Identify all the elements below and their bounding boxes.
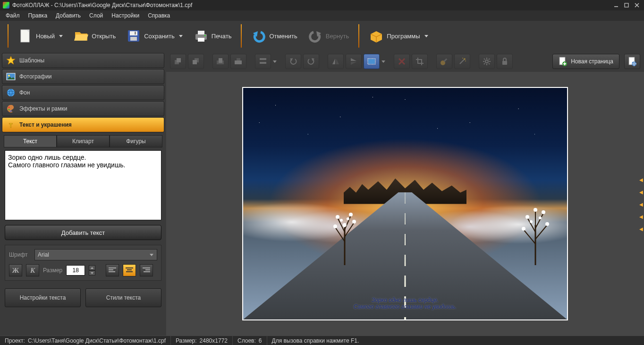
text-properties: Шрифт Arial Ж К Размер [5,245,161,281]
dropdown-icon[interactable] [273,54,277,69]
svg-rect-60 [368,59,375,64]
menu-settings[interactable]: Настройки [108,11,143,20]
eyedropper-button[interactable] [436,54,452,69]
page-settings-button[interactable] [624,54,640,69]
svg-point-103 [347,217,349,220]
svg-rect-1 [625,3,628,7]
fit-screen-button[interactable] [364,54,380,69]
crop-button[interactable] [412,54,428,69]
delete-button[interactable] [394,54,410,69]
menu-edit[interactable]: Правка [25,11,51,20]
font-select[interactable]: Arial [34,249,157,260]
svg-point-97 [333,224,337,228]
svg-marker-57 [336,59,339,64]
rotate-left-button[interactable] [285,54,301,69]
svg-point-70 [465,60,466,61]
svg-line-79 [489,59,490,60]
accordion-photos[interactable]: Фотографии [2,69,164,84]
svg-point-99 [336,215,339,219]
font-label: Шрифт [9,251,31,258]
photo-icon [6,72,16,81]
svg-marker-31 [91,272,93,274]
subtab-text[interactable]: Текст [4,135,57,147]
svg-point-71 [485,60,488,63]
svg-point-102 [340,219,343,222]
menu-file[interactable]: Файл [2,11,24,20]
align-left-button[interactable] [106,264,119,276]
align-button[interactable] [255,54,271,69]
italic-button[interactable]: К [26,264,39,276]
subtab-clipart[interactable]: Клипарт [57,135,110,147]
svg-rect-49 [235,60,238,64]
svg-line-67 [460,59,465,64]
undo-arrow-icon [251,28,266,43]
svg-line-108 [535,213,543,228]
size-input[interactable] [66,265,85,276]
svg-rect-52 [260,62,266,64]
svg-point-23 [7,89,15,96]
save-button[interactable]: Сохранить [122,26,187,46]
align-right-button[interactable] [140,264,153,276]
dropdown-icon[interactable] [381,54,385,69]
programs-button[interactable]: Программы [365,26,432,46]
svg-rect-51 [260,58,266,60]
add-text-button[interactable]: Добавить текст [5,225,161,240]
svg-marker-56 [332,59,335,64]
app-icon [3,2,9,9]
close-button[interactable] [633,2,641,9]
tree-left [323,199,366,265]
lock-button[interactable] [497,54,513,69]
menu-layer[interactable]: Слой [85,11,107,20]
flip-vertical-button[interactable] [346,54,362,69]
canvas-viewport[interactable]: Зорко одно лишь сердце. Самого главного … [166,72,644,336]
size-spinner[interactable] [89,265,95,276]
accordion-background[interactable]: Фон [2,85,164,100]
open-button[interactable]: Открыть [70,26,119,46]
text-settings-button[interactable]: Настройки текста [5,288,81,307]
svg-line-78 [484,63,485,64]
redo-button[interactable]: Вернуть [304,26,353,46]
svg-point-113 [542,210,545,214]
print-button[interactable]: Печать [190,26,236,46]
svg-rect-80 [502,61,507,65]
bring-forward-button[interactable] [170,54,186,69]
sidebar: Шаблоны Фотографии Фон Эффекты и рамки T… [0,51,166,336]
toolbar-separator [358,24,359,48]
bold-button[interactable]: Ж [9,264,22,276]
svg-point-112 [525,215,529,219]
menu-help[interactable]: Справка [144,11,174,20]
text-styles-button[interactable]: Стили текста [85,288,161,307]
collage-canvas[interactable]: Зорко одно лишь сердце. Самого главного … [242,87,568,320]
accordion-effects[interactable]: Эффекты и рамки [2,101,164,116]
send-back-button[interactable] [230,54,246,69]
subtab-shapes[interactable]: Фигуры [110,135,162,147]
text-input[interactable] [5,150,161,220]
svg-marker-53 [273,60,277,63]
accordion-text-decorations[interactable]: T Текст и украшения [2,117,164,132]
spin-down-icon[interactable] [89,270,95,276]
new-page-button[interactable]: Новая страница [552,54,619,69]
svg-marker-6 [59,35,63,37]
svg-rect-42 [177,58,181,62]
bring-front-button[interactable] [212,54,229,69]
new-button[interactable]: Новый [14,26,67,46]
rotate-right-button[interactable] [303,54,319,69]
gear-button[interactable] [479,54,495,69]
minimize-button[interactable] [612,2,620,9]
undo-button[interactable]: Отменить [247,26,301,46]
svg-point-116 [539,216,542,219]
right-handles[interactable]: ◀◀◀◀◀ [639,177,643,230]
svg-point-26 [8,109,10,111]
wand-button[interactable] [454,54,470,69]
send-backward-button[interactable] [188,54,204,69]
maximize-button[interactable] [622,2,631,9]
accordion-templates[interactable]: Шаблоны [2,53,164,68]
collage-text[interactable]: Зорко одно лишь сердце. Самого главного … [243,297,567,310]
flip-horizontal-button[interactable] [328,54,344,69]
box-icon [369,28,384,43]
canvas-toolbar: Новая страница [166,51,644,72]
menu-add[interactable]: Добавить [52,11,85,20]
spin-up-icon[interactable] [89,265,95,270]
align-center-button[interactable] [123,264,136,276]
dropdown-icon [149,252,154,257]
